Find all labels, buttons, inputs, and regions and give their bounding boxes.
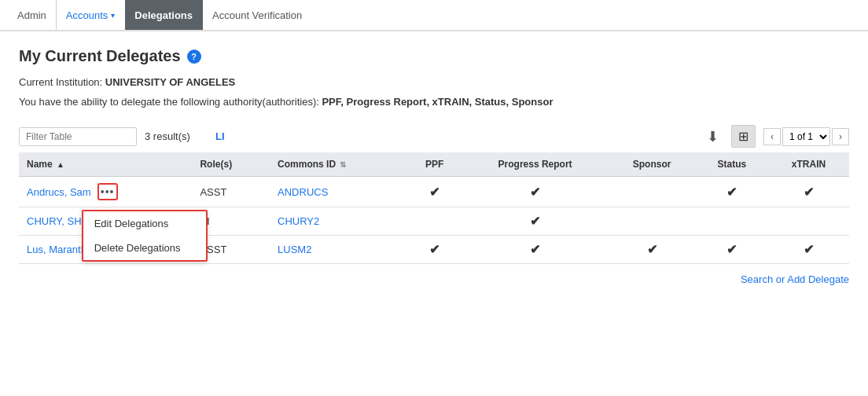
commons-id-link[interactable]: CHURY2: [278, 215, 319, 227]
sponsor-check: ✔: [647, 243, 657, 256]
nav-account-verification[interactable]: Account Verification: [203, 0, 312, 30]
delegates-table: Name ▲ Role(s) Commons ID ⇅ PPF Progress…: [19, 152, 849, 264]
cell-progress_report: ✔: [462, 236, 608, 264]
th-status: Status: [696, 152, 768, 177]
progress_report-check: ✔: [530, 214, 540, 228]
grid-view-button[interactable]: ⊞: [731, 125, 756, 148]
ppf-check: ✔: [429, 185, 440, 199]
cell-progress_report: ✔: [462, 207, 608, 236]
download-button[interactable]: ⬇: [702, 126, 723, 147]
xtrain-check: ✔: [804, 185, 814, 199]
th-xtrain: xTRAIN: [768, 152, 849, 177]
th-ppf: PPF: [407, 152, 462, 177]
page-select[interactable]: 1 of 1: [782, 127, 830, 146]
table-header-row: Name ▲ Role(s) Commons ID ⇅ PPF Progress…: [19, 152, 849, 177]
page-title-row: My Current Delegates ?: [19, 47, 849, 65]
next-page-button[interactable]: ›: [832, 128, 849, 145]
ppf-check: ✔: [429, 243, 440, 256]
edit-delegations-item[interactable]: Edit Delegations: [83, 211, 206, 236]
authority-prefix: You have the ability to delegate the fol…: [19, 96, 319, 108]
cell-ppf: ✔: [407, 236, 462, 264]
authority-line: You have the ability to delegate the fol…: [19, 96, 849, 108]
li-badge: LI: [215, 130, 225, 142]
action-dropdown-menu: Edit DelegationsDelete Delegations: [82, 210, 208, 262]
cell-role: ASST: [192, 177, 270, 207]
prev-page-button[interactable]: ‹: [763, 128, 781, 145]
ellipsis-button[interactable]: •••: [97, 183, 118, 200]
top-nav: Admin Accounts ▾ Delegations Account Ver…: [0, 0, 868, 31]
authority-list: PPF, Progress Report, xTRAIN, Status, Sp…: [322, 96, 553, 108]
table-row: Andrucs, Sam•••Edit DelegationsDelete De…: [19, 177, 849, 207]
status-check: ✔: [726, 185, 737, 199]
cell-commons-id: CHURY2: [270, 207, 406, 236]
page-title: My Current Delegates: [19, 47, 181, 65]
th-sponsor: Sponsor: [608, 152, 696, 177]
th-commons-id: Commons ID ⇅: [270, 152, 406, 177]
commons-id-link[interactable]: ANDRUCS: [278, 186, 328, 198]
cell-name: Andrucs, Sam•••Edit DelegationsDelete De…: [19, 177, 192, 207]
nav-delegations-label: Delegations: [134, 9, 193, 21]
progress_report-check: ✔: [530, 185, 540, 199]
th-roles: Role(s): [192, 152, 270, 177]
institution-name: UNIVERSITY OF ANGELES: [105, 76, 235, 88]
main-content: My Current Delegates ? Current Instituti…: [0, 31, 868, 304]
institution-prefix: Current Institution:: [19, 76, 102, 88]
cell-status: ✔: [696, 236, 768, 264]
cell-sponsor: ✔: [608, 236, 696, 264]
delete-delegations-item[interactable]: Delete Delegations: [83, 236, 206, 260]
progress_report-check: ✔: [530, 243, 540, 256]
table-controls: 3 result(s) LI ⬇ ⊞ ‹ 1 of 1 ›: [19, 120, 849, 152]
nav-delegations[interactable]: Delegations: [125, 0, 203, 30]
commons-id-sort-icon[interactable]: ⇅: [340, 160, 346, 169]
institution-line: Current Institution: UNIVERSITY OF ANGEL…: [19, 76, 849, 88]
results-count: 3 result(s): [145, 130, 208, 142]
cell-progress_report: ✔: [462, 177, 608, 207]
cell-status: [696, 207, 768, 236]
cell-commons-id: LUSM2: [270, 236, 406, 264]
commons-id-link[interactable]: LUSM2: [278, 244, 311, 255]
nav-accounts-label: Accounts: [66, 9, 108, 21]
cell-xtrain: ✔: [768, 177, 849, 207]
name-sort-icon[interactable]: ▲: [57, 160, 64, 169]
bottom-link-row: Search or Add Delegate: [19, 264, 849, 288]
cell-xtrain: ✔: [768, 236, 849, 264]
cell-xtrain: [768, 207, 849, 236]
cell-ppf: [407, 207, 462, 236]
cell-sponsor: [608, 177, 696, 207]
xtrain-check: ✔: [804, 243, 814, 256]
th-progress-report: Progress Report: [462, 152, 608, 177]
add-delegate-link[interactable]: Search or Add Delegate: [741, 273, 849, 285]
accounts-dropdown-arrow: ▾: [111, 11, 115, 20]
cell-commons-id: ANDRUCS: [270, 177, 406, 207]
delegate-name-link[interactable]: Andrucs, Sam: [27, 186, 91, 198]
nav-accounts[interactable]: Accounts ▾: [57, 0, 125, 30]
status-check: ✔: [726, 243, 737, 256]
cell-ppf: ✔: [407, 177, 462, 207]
cell-status: ✔: [696, 177, 768, 207]
pagination: ‹ 1 of 1 ›: [763, 127, 849, 146]
filter-input[interactable]: [19, 127, 137, 146]
cell-sponsor: [608, 207, 696, 236]
help-icon[interactable]: ?: [187, 50, 201, 64]
nav-account-verification-label: Account Verification: [212, 9, 302, 21]
nav-admin[interactable]: Admin: [8, 0, 57, 30]
th-name: Name ▲: [19, 152, 192, 177]
nav-admin-label: Admin: [17, 9, 46, 21]
